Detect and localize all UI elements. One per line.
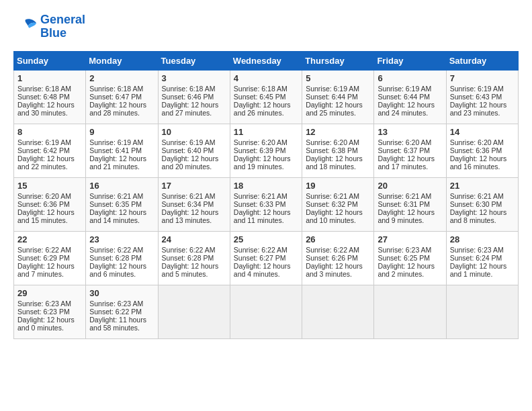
day-cell [302, 285, 374, 338]
day-cell: 24Sunrise: 6:22 AMSunset: 6:28 PMDayligh… [158, 231, 230, 285]
day-cell: 14Sunrise: 6:20 AMSunset: 6:36 PMDayligh… [446, 124, 518, 177]
sunset: Sunset: 6:30 PM [450, 200, 502, 208]
day-number: 5 [306, 73, 370, 83]
sunrise: Sunrise: 6:20 AM [234, 138, 287, 146]
sunrise: Sunrise: 6:21 AM [234, 192, 287, 200]
day-number: 3 [162, 73, 226, 83]
header-cell-tuesday: Tuesday [158, 51, 230, 70]
sunrise: Sunrise: 6:18 AM [17, 85, 71, 93]
day-cell: 22Sunrise: 6:22 AMSunset: 6:29 PMDayligh… [14, 231, 86, 285]
day-cell: 9Sunrise: 6:19 AMSunset: 6:41 PMDaylight… [86, 124, 158, 177]
logo: General Blue [13, 13, 85, 40]
day-cell: 19Sunrise: 6:21 AMSunset: 6:32 PMDayligh… [302, 177, 374, 231]
sunset: Sunset: 6:23 PM [17, 308, 70, 316]
day-cell [158, 285, 230, 338]
sunrise: Sunrise: 6:23 AM [17, 300, 71, 308]
day-cell: 18Sunrise: 6:21 AMSunset: 6:33 PMDayligh… [230, 177, 302, 231]
day-cell: 11Sunrise: 6:20 AMSunset: 6:39 PMDayligh… [230, 124, 302, 177]
daylight-label: Daylight: 12 hours and 22 minutes. [17, 154, 75, 171]
week-row-5: 29Sunrise: 6:23 AMSunset: 6:23 PMDayligh… [14, 285, 519, 338]
sunrise: Sunrise: 6:19 AM [450, 85, 504, 93]
day-number: 2 [89, 73, 154, 83]
sunrise: Sunrise: 6:22 AM [306, 246, 359, 254]
header-cell-wednesday: Wednesday [230, 51, 302, 70]
day-number: 21 [450, 181, 515, 191]
sunrise: Sunrise: 6:22 AM [234, 246, 287, 254]
day-number: 1 [17, 73, 82, 83]
day-cell: 1Sunrise: 6:18 AMSunset: 6:48 PMDaylight… [14, 70, 86, 124]
daylight-label: Daylight: 12 hours and 11 minutes. [234, 208, 291, 224]
sunrise: Sunrise: 6:23 AM [378, 246, 431, 254]
sunset: Sunset: 6:48 PM [17, 93, 70, 101]
sunrise: Sunrise: 6:18 AM [89, 85, 143, 93]
day-cell [446, 285, 518, 338]
sunset: Sunset: 6:35 PM [89, 200, 142, 208]
header-cell-thursday: Thursday [302, 51, 374, 70]
day-cell: 26Sunrise: 6:22 AMSunset: 6:26 PMDayligh… [302, 231, 374, 285]
header-cell-sunday: Sunday [14, 51, 86, 70]
day-cell: 21Sunrise: 6:21 AMSunset: 6:30 PMDayligh… [446, 177, 518, 231]
sunrise: Sunrise: 6:21 AM [306, 192, 359, 200]
day-cell: 13Sunrise: 6:20 AMSunset: 6:37 PMDayligh… [374, 124, 446, 177]
daylight-label: Daylight: 12 hours and 19 minutes. [234, 154, 291, 171]
day-cell: 29Sunrise: 6:23 AMSunset: 6:23 PMDayligh… [14, 285, 86, 338]
day-number: 14 [450, 127, 515, 137]
sunrise: Sunrise: 6:18 AM [234, 85, 287, 93]
sunrise: Sunrise: 6:20 AM [306, 138, 359, 146]
sunset: Sunset: 6:38 PM [306, 146, 358, 154]
daylight-label: Daylight: 12 hours and 0 minutes. [17, 316, 75, 332]
day-number: 27 [378, 234, 442, 244]
day-number: 16 [89, 181, 154, 191]
sunset: Sunset: 6:24 PM [450, 254, 502, 262]
logo-text: General Blue [40, 13, 85, 40]
header-cell-saturday: Saturday [446, 51, 518, 70]
daylight-label: Daylight: 12 hours and 26 minutes. [234, 101, 291, 117]
sunset: Sunset: 6:47 PM [89, 93, 142, 101]
day-number: 10 [162, 127, 226, 137]
header-cell-friday: Friday [374, 51, 446, 70]
daylight-label: Daylight: 12 hours and 8 minutes. [450, 208, 507, 224]
sunset: Sunset: 6:25 PM [378, 254, 430, 262]
day-number: 20 [378, 181, 442, 191]
daylight-label: Daylight: 12 hours and 13 minutes. [162, 208, 219, 224]
sunset: Sunset: 6:42 PM [17, 146, 70, 154]
sunset: Sunset: 6:44 PM [378, 93, 430, 101]
day-cell: 6Sunrise: 6:19 AMSunset: 6:44 PMDaylight… [374, 70, 446, 124]
sunrise: Sunrise: 6:19 AM [306, 85, 359, 93]
day-cell: 20Sunrise: 6:21 AMSunset: 6:31 PMDayligh… [374, 177, 446, 231]
day-number: 23 [89, 234, 154, 244]
daylight-label: Daylight: 12 hours and 23 minutes. [450, 101, 507, 117]
daylight-label: Daylight: 12 hours and 20 minutes. [162, 154, 219, 171]
sunset: Sunset: 6:28 PM [89, 254, 142, 262]
day-number: 7 [450, 73, 515, 83]
day-number: 15 [17, 181, 82, 191]
sunrise: Sunrise: 6:20 AM [17, 192, 71, 200]
day-number: 26 [306, 234, 370, 244]
daylight-label: Daylight: 12 hours and 30 minutes. [17, 101, 75, 117]
header-cell-monday: Monday [86, 51, 158, 70]
day-number: 28 [450, 234, 515, 244]
day-cell: 30Sunrise: 6:23 AMSunset: 6:22 PMDayligh… [86, 285, 158, 338]
week-row-3: 15Sunrise: 6:20 AMSunset: 6:36 PMDayligh… [14, 177, 519, 231]
day-number: 6 [378, 73, 442, 83]
day-cell: 16Sunrise: 6:21 AMSunset: 6:35 PMDayligh… [86, 177, 158, 231]
day-number: 24 [162, 234, 226, 244]
sunrise: Sunrise: 6:22 AM [17, 246, 71, 254]
daylight-label: Daylight: 11 hours and 58 minutes. [89, 316, 146, 332]
daylight-label: Daylight: 12 hours and 2 minutes. [378, 262, 435, 278]
sunset: Sunset: 6:26 PM [306, 254, 358, 262]
sunset: Sunset: 6:22 PM [89, 308, 142, 316]
daylight-label: Daylight: 12 hours and 1 minute. [450, 262, 507, 278]
day-cell: 10Sunrise: 6:19 AMSunset: 6:40 PMDayligh… [158, 124, 230, 177]
calendar-table: SundayMondayTuesdayWednesdayThursdayFrid… [13, 51, 519, 339]
daylight-label: Daylight: 12 hours and 10 minutes. [306, 208, 363, 224]
sunrise: Sunrise: 6:20 AM [378, 138, 431, 146]
day-number: 18 [234, 181, 298, 191]
daylight-label: Daylight: 12 hours and 7 minutes. [17, 262, 75, 278]
day-number: 29 [17, 288, 82, 298]
sunset: Sunset: 6:44 PM [306, 93, 358, 101]
day-cell: 17Sunrise: 6:21 AMSunset: 6:34 PMDayligh… [158, 177, 230, 231]
day-number: 19 [306, 181, 370, 191]
sunrise: Sunrise: 6:21 AM [89, 192, 143, 200]
sunrise: Sunrise: 6:22 AM [89, 246, 143, 254]
